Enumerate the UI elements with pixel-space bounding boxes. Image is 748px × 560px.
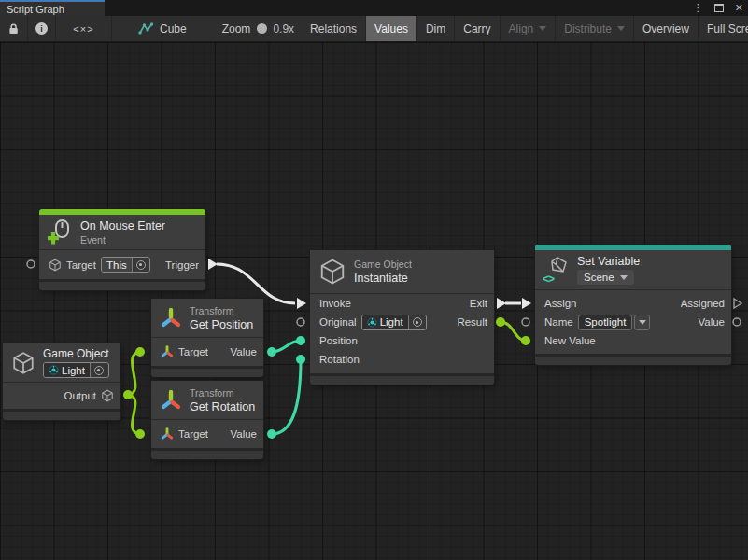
port-gameobject-output[interactable] (123, 390, 133, 399)
wire-layer (0, 0, 748, 560)
port-original[interactable] (297, 318, 304, 326)
wire-result-to-newvalue[interactable] (501, 322, 526, 341)
port-assigned[interactable] (734, 299, 741, 308)
unity-visual-scripting-window: Script Graph ⋮ ✕ i <×> Cube (0, 0, 748, 560)
port-getrotation-value[interactable] (267, 429, 276, 439)
wire-trigger-to-invoke[interactable] (217, 264, 295, 303)
port-variable-value[interactable] (733, 318, 741, 326)
wire-output-to-getrotation-target[interactable] (128, 395, 140, 434)
port-variable-name[interactable] (522, 318, 529, 326)
port-invoke[interactable] (297, 298, 306, 309)
port-ome-target[interactable] (27, 260, 35, 268)
port-rotation[interactable] (296, 355, 305, 364)
port-assign[interactable] (522, 298, 531, 309)
port-trigger[interactable] (208, 259, 218, 270)
wire-output-to-getposition-target[interactable] (128, 352, 140, 395)
port-exit[interactable] (497, 298, 506, 309)
port-getrotation-target[interactable] (135, 429, 145, 439)
wire-getrotation-value-to-rotation[interactable] (272, 359, 301, 434)
port-getposition-target[interactable] (135, 347, 145, 357)
port-position[interactable] (296, 336, 305, 345)
port-newvalue[interactable] (521, 336, 530, 345)
port-getposition-value[interactable] (267, 347, 276, 357)
port-result[interactable] (496, 317, 505, 327)
